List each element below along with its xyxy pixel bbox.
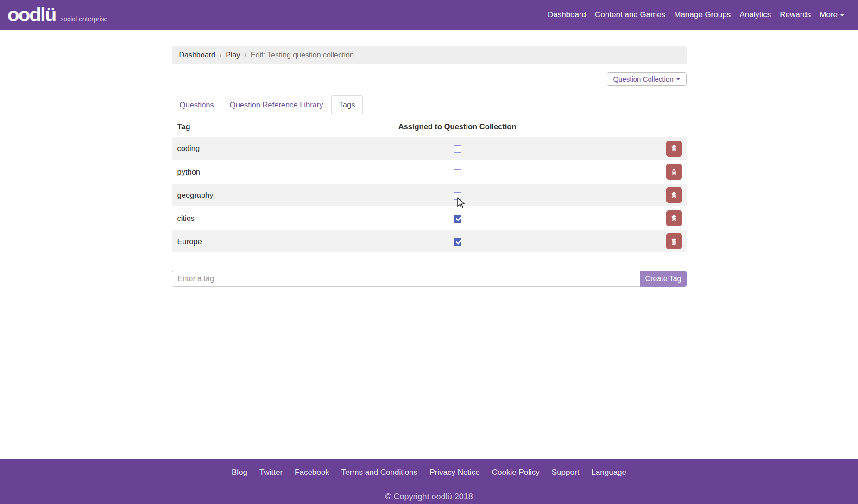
logo-tagline: social enterprise [60,15,107,23]
actions-cell [537,230,686,253]
breadcrumb-link-dashboard[interactable]: Dashboard [179,51,215,59]
tags-table: Tag Assigned to Question Collection codi… [172,114,687,253]
tag-name-input[interactable] [172,271,640,287]
question-collection-dropdown-button[interactable]: Question Collection [607,72,686,86]
actions-cell [537,137,686,160]
assigned-cell [378,230,537,253]
tag-name-cell: python [172,160,378,183]
trash-icon [670,215,677,222]
footer-link-privacy-notice[interactable]: Privacy Notice [429,468,480,477]
delete-tag-button[interactable] [666,187,682,203]
assigned-cell [378,207,537,230]
footer-link-terms-and-conditions[interactable]: Terms and Conditions [341,468,417,477]
footer-links: BlogTwitterFacebookTerms and ConditionsP… [0,468,858,477]
nav-item-analytics[interactable]: Analytics [738,8,772,21]
check-icon [455,238,463,246]
top-nav: DashboardContent and GamesManage GroupsA… [547,8,845,21]
tab-question-reference-library[interactable]: Question Reference Library [222,95,331,114]
delete-tag-button[interactable] [666,233,682,249]
breadcrumb-separator: / [220,51,221,59]
footer-link-twitter[interactable]: Twitter [259,468,283,477]
footer-link-language[interactable]: Language [591,468,626,477]
nav-item-rewards[interactable]: Rewards [779,8,812,21]
checkbox-unchecked[interactable] [454,169,461,176]
delete-tag-button[interactable] [666,164,682,180]
assigned-cell [378,183,537,207]
create-tag-button[interactable]: Create Tag [640,271,687,287]
nav-item-more[interactable]: More [819,8,845,21]
column-header-actions [537,114,686,137]
tab-questions[interactable]: Questions [172,95,222,114]
table-header-row: Tag Assigned to Question Collection [172,114,687,137]
actions-cell [537,160,686,183]
assigned-cell [378,137,537,160]
checkbox-checked[interactable] [454,215,461,223]
delete-tag-button[interactable] [666,141,682,157]
nav-item-manage-groups[interactable]: Manage Groups [673,8,732,21]
tag-name-cell: Europe [172,230,378,253]
tag-name-cell: cities [172,207,378,230]
create-tag-form: Create Tag [172,271,687,287]
column-header-tag: Tag [172,114,378,137]
breadcrumb: Dashboard/Play/Edit: Testing question co… [172,46,687,64]
footer-link-support[interactable]: Support [552,468,580,477]
top-header: oodlü social enterprise DashboardContent… [0,0,858,30]
tag-name-cell: geography [172,183,378,207]
assigned-cell [378,160,537,183]
actions-row: Question Collection [172,72,687,86]
trash-icon [670,145,677,152]
tab-tags[interactable]: Tags [331,95,363,114]
trash-icon [670,238,677,245]
trash-icon [670,169,677,176]
checkbox-unchecked[interactable] [454,192,461,200]
caret-down-icon [840,14,845,16]
table-row: python [172,160,687,183]
footer-link-facebook[interactable]: Facebook [295,468,329,477]
logo[interactable]: oodlü social enterprise [7,1,107,29]
footer-link-cookie-policy[interactable]: Cookie Policy [492,468,540,477]
logo-text: oodlü [7,1,56,29]
nav-item-content-and-games[interactable]: Content and Games [594,8,666,21]
copyright-text: © Copyright oodlü 2018 [0,492,858,502]
breadcrumb-current: Edit: Testing question collection [251,51,354,59]
tab-bar: QuestionsQuestion Reference LibraryTags [172,95,687,114]
table-row: coding [172,137,687,160]
page-footer: BlogTwitterFacebookTerms and ConditionsP… [0,459,858,504]
actions-cell [537,183,686,207]
delete-tag-button[interactable] [666,210,682,226]
table-row: cities [172,207,687,230]
table-row: Europe [172,230,687,253]
table-row: geography [172,183,687,207]
breadcrumb-separator: / [244,51,246,59]
actions-cell [537,207,686,230]
question-collection-dropdown-label: Question Collection [613,75,673,83]
column-header-assigned: Assigned to Question Collection [378,114,537,137]
check-icon [455,214,463,223]
caret-down-icon [676,78,681,80]
checkbox-unchecked[interactable] [454,145,461,153]
nav-item-dashboard[interactable]: Dashboard [547,8,587,21]
tag-name-cell: coding [172,137,378,160]
main-content: Dashboard/Play/Edit: Testing question co… [172,46,687,287]
footer-link-blog[interactable]: Blog [232,468,247,477]
trash-icon [670,192,677,199]
checkbox-checked[interactable] [454,238,461,246]
tags-table-body: codingpythongeographycitiesEurope [172,137,687,253]
breadcrumb-link-play[interactable]: Play [226,51,240,59]
